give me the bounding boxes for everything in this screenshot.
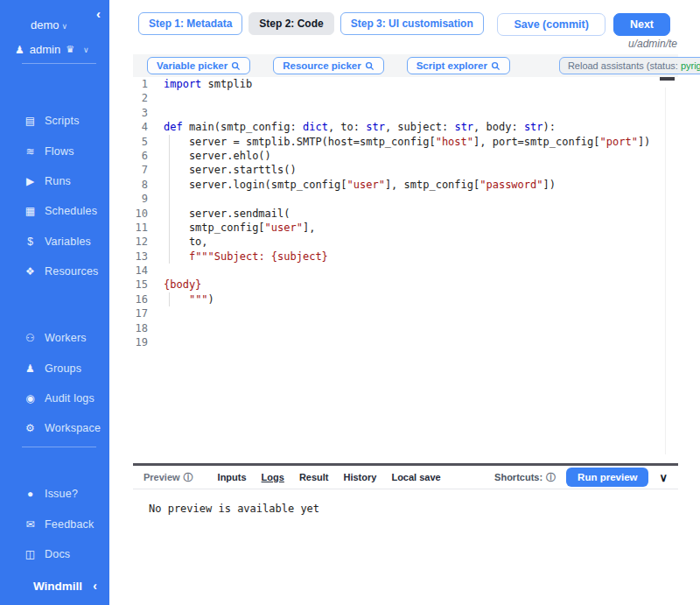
user-menu[interactable]: ♟ admin ♛ ∨ <box>15 43 89 56</box>
line-number: 18 <box>133 321 148 335</box>
sidebar-item-label: Audit logs <box>45 392 94 405</box>
preview-tab-local-save[interactable]: Local save <box>391 472 440 483</box>
line-number: 3 <box>133 106 148 120</box>
sidebar-item-docs[interactable]: ◫Docs <box>0 539 109 569</box>
wizard-steps: Step 1: MetadataStep 2: CodeStep 3: UI c… <box>138 12 484 35</box>
line-number: 14 <box>133 264 148 278</box>
superadmin-crown-icon: ♛ <box>66 44 74 55</box>
editor-toolbar: Variable pickerResource pickerScript exp… <box>133 54 678 77</box>
preview-title: Preview ⓘ <box>144 471 193 484</box>
chevron-down-icon[interactable]: ∨ <box>659 471 668 484</box>
sidebar-item-audit-logs[interactable]: ◉Audit logs <box>0 383 109 413</box>
line-number: 7 <box>133 163 148 177</box>
brand-row: Windmill ‹ <box>0 579 109 593</box>
code-line: 4def main(smtp_config: dict, to: str, su… <box>133 120 678 134</box>
code-line: 9 <box>133 192 678 206</box>
resource-picker-button[interactable]: Resource picker <box>273 57 384 74</box>
code-text: {body} <box>148 278 201 292</box>
sidebar-item-scripts[interactable]: ▤Scripts <box>0 106 109 136</box>
sidebar-nav-admin: ⚇Workers♟Groups◉Audit logs⚙Workspace <box>0 323 109 444</box>
next-button[interactable]: Next <box>613 13 670 36</box>
sidebar-item-schedules[interactable]: ▦Schedules <box>0 196 109 226</box>
script-explorer-button[interactable]: Script explorer <box>407 57 510 74</box>
shortcuts-label: Shortcuts: ⓘ <box>494 471 556 484</box>
chevron-down-icon: ∨ <box>61 22 67 31</box>
sidebar-item-workers[interactable]: ⚇Workers <box>0 323 109 353</box>
picker-button-label: Variable picker <box>157 60 228 71</box>
step-button-2[interactable]: Step 2: Code <box>248 12 333 35</box>
indent-guide <box>169 135 170 264</box>
sidebar-item-feedback[interactable]: ✉Feedback <box>0 509 109 538</box>
line-number: 16 <box>133 292 148 306</box>
code-line: 12 to, <box>133 235 678 249</box>
pyright-status: pyright <box>681 60 700 71</box>
sidebar-item-workspace[interactable]: ⚙Workspace <box>0 413 109 443</box>
groups-icon: ♟ <box>24 362 37 375</box>
search-icon <box>231 61 241 71</box>
run-preview-button[interactable]: Run preview <box>566 468 648 487</box>
workspace-switcher[interactable]: demo∨ <box>0 18 98 32</box>
code-line: 19 <box>133 335 678 349</box>
indent-guide <box>169 292 170 306</box>
line-number: 17 <box>133 306 148 320</box>
code-lines: 1import smtplib234def main(smtp_config: … <box>133 77 678 349</box>
resources-icon: ❖ <box>24 265 37 278</box>
code-text <box>148 192 164 206</box>
code-line: 11 smtp_config["user"], <box>133 221 678 235</box>
sidebar-item-flows[interactable]: ≋Flows <box>0 136 109 165</box>
sidebar: ‹ demo∨ ♟ admin ♛ ∨ ▤Scripts≋Flows▶Runs▦… <box>0 0 109 605</box>
discord-icon: ✉ <box>24 518 37 531</box>
sidebar-item-issue-[interactable]: ●Issue? <box>0 479 109 509</box>
editor-scrollbar-thumb[interactable] <box>660 77 675 81</box>
code-line: 10 server.sendmail( <box>133 207 678 221</box>
line-number: 11 <box>133 221 148 235</box>
picker-button-label: Script explorer <box>416 60 487 71</box>
picker-button-label: Resource picker <box>283 60 361 71</box>
preview-tab-result[interactable]: Result <box>299 472 329 483</box>
preview-tab-logs[interactable]: Logs <box>262 472 284 483</box>
sidebar-item-label: Workspace <box>45 422 101 434</box>
line-number: 1 <box>133 77 148 91</box>
header-actions: Save (commit) Next <box>497 13 670 36</box>
sidebar-item-label: Docs <box>45 548 70 560</box>
code-line: 6 server.ehlo() <box>133 149 678 163</box>
save-commit-button[interactable]: Save (commit) <box>497 13 605 36</box>
sidebar-item-variables[interactable]: $Variables <box>0 227 109 257</box>
workspace-name: demo <box>31 18 60 32</box>
audit-logs-icon: ◉ <box>24 392 37 405</box>
preview-actions: Shortcuts: ⓘ Run preview ∨ <box>494 468 668 487</box>
code-editor[interactable]: 1import smtplib234def main(smtp_config: … <box>133 77 678 463</box>
variables-icon: $ <box>24 236 37 248</box>
step-button-1[interactable]: Step 1: Metadata <box>138 12 242 35</box>
line-number: 10 <box>133 207 148 221</box>
code-line: 2 <box>133 91 678 105</box>
windmill-logo: Windmill <box>33 580 82 593</box>
info-icon[interactable]: ⓘ <box>184 471 193 484</box>
workspace-icon: ⚙ <box>24 422 37 434</box>
sidebar-item-runs[interactable]: ▶Runs <box>0 166 109 196</box>
code-text <box>148 106 164 120</box>
code-line: 5 server = smtplib.SMTP(host=smtp_config… <box>133 135 678 149</box>
reload-assistants-button[interactable]: Reload assistants (status: pyright black… <box>559 57 700 74</box>
sidebar-item-resources[interactable]: ❖Resources <box>0 257 109 286</box>
docs-icon: ◫ <box>24 548 37 560</box>
sidebar-item-label: Flows <box>45 145 74 158</box>
code-line: 8 server.login(smtp_config["user"], smtp… <box>133 178 678 192</box>
variable-picker-button[interactable]: Variable picker <box>147 57 250 74</box>
sidebar-nav-main: ▤Scripts≋Flows▶Runs▦Schedules$Variables❖… <box>0 106 109 286</box>
line-number: 2 <box>133 91 148 105</box>
preview-tab-history[interactable]: History <box>344 472 377 483</box>
code-line: 15{body} <box>133 278 678 292</box>
preview-tab-inputs[interactable]: Inputs <box>218 472 247 483</box>
info-icon[interactable]: ⓘ <box>546 471 556 484</box>
sidebar-item-groups[interactable]: ♟Groups <box>0 353 109 383</box>
search-icon <box>491 61 500 71</box>
preview-label: Preview <box>144 472 180 482</box>
line-number: 5 <box>133 135 148 149</box>
preview-tabs: InputsLogsResultHistoryLocal save <box>218 472 441 483</box>
preview-header: Preview ⓘ InputsLogsResultHistoryLocal s… <box>133 466 678 489</box>
sidebar-collapse-icon[interactable]: ‹ <box>93 579 97 593</box>
line-number: 8 <box>133 178 148 192</box>
user-icon: ♟ <box>15 44 24 56</box>
step-button-3[interactable]: Step 3: UI customisation <box>340 12 484 35</box>
